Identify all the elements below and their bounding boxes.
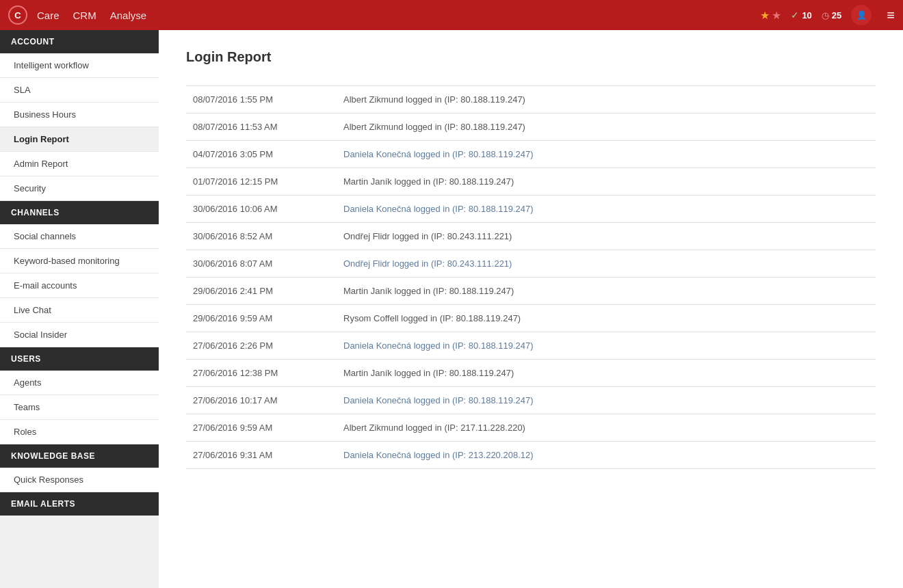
nav-care[interactable]: Care [37, 10, 60, 21]
sidebar-item-live-chat[interactable]: Live Chat [0, 298, 159, 323]
table-row: 08/07/2016 1:55 PMAlbert Zikmund logged … [186, 86, 876, 113]
log-message: Rysom Coffell logged in (IP: 80.188.119.… [337, 305, 876, 332]
log-timestamp: 30/06/2016 8:07 AM [186, 250, 337, 278]
log-message: Albert Zikmund logged in (IP: 80.188.119… [337, 113, 876, 141]
check-icon: ✓ [791, 10, 799, 21]
sidebar-item-keyword-based-monitoring[interactable]: Keyword-based monitoring [0, 249, 159, 273]
hamburger-icon[interactable]: ≡ [887, 8, 895, 23]
clock-badge[interactable]: ◷ 25 [822, 10, 841, 21]
sidebar-section-header-account: ACCOUNT [0, 30, 159, 53]
check-badge[interactable]: ✓ 10 [791, 10, 811, 21]
main-content: Login Report 08/07/2016 1:55 PMAlbert Zi… [159, 30, 903, 588]
log-timestamp: 29/06/2016 2:41 PM [186, 278, 337, 305]
sidebar-item-social-insider[interactable]: Social Insider [0, 323, 159, 347]
sidebar: ACCOUNTIntelligent workflowSLABusiness H… [0, 30, 159, 588]
log-message: Daniela Konečná logged in (IP: 213.220.2… [337, 442, 876, 469]
sidebar-item-intelligent-workflow[interactable]: Intelligent workflow [0, 53, 159, 78]
log-timestamp: 27/06/2016 9:31 AM [186, 442, 337, 469]
log-message: Martin Janík logged in (IP: 80.188.119.2… [337, 278, 876, 305]
table-row: 27/06/2016 12:38 PMMartin Janík logged i… [186, 360, 876, 387]
log-message: Ondřej Flidr logged in (IP: 80.243.111.2… [337, 223, 876, 250]
log-timestamp: 30/06/2016 8:52 AM [186, 223, 337, 250]
log-message: Martin Janík logged in (IP: 80.188.119.2… [337, 168, 876, 196]
log-message: Ondřej Flidr logged in (IP: 80.243.111.2… [337, 250, 876, 278]
log-table: 08/07/2016 1:55 PMAlbert Zikmund logged … [186, 85, 876, 469]
log-timestamp: 27/06/2016 12:38 PM [186, 360, 337, 387]
table-row: 04/07/2016 3:05 PMDaniela Konečná logged… [186, 141, 876, 168]
sidebar-section-header-knowledge-base: KNOWLEDGE BASE [0, 444, 159, 468]
sidebar-item-agents[interactable]: Agents [0, 371, 159, 395]
log-timestamp: 04/07/2016 3:05 PM [186, 141, 337, 168]
nav-analyse[interactable]: Analyse [110, 10, 146, 21]
table-row: 01/07/2016 12:15 PMMartin Janík logged i… [186, 168, 876, 196]
sidebar-item-business-hours[interactable]: Business Hours [0, 103, 159, 127]
log-timestamp: 01/07/2016 12:15 PM [186, 168, 337, 196]
table-row: 29/06/2016 2:41 PMMartin Janík logged in… [186, 278, 876, 305]
nav-crm[interactable]: CRM [73, 10, 96, 21]
log-timestamp: 29/06/2016 9:59 AM [186, 305, 337, 332]
table-row: 27/06/2016 10:17 AMDaniela Konečná logge… [186, 387, 876, 414]
sidebar-item-teams[interactable]: Teams [0, 395, 159, 420]
log-message: Martin Janík logged in (IP: 80.188.119.2… [337, 360, 876, 387]
avatar[interactable]: 👤 [851, 5, 872, 25]
topnav-right: ★ ★ ✓ 10 ◷ 25 👤 ≡ [760, 5, 895, 25]
sidebar-item-sla[interactable]: SLA [0, 78, 159, 103]
table-row: 27/06/2016 9:31 AMDaniela Konečná logged… [186, 442, 876, 469]
logo[interactable]: C [8, 5, 27, 25]
sidebar-item-admin-report[interactable]: Admin Report [0, 152, 159, 176]
table-row: 30/06/2016 8:07 AMOndřej Flidr logged in… [186, 250, 876, 278]
sidebar-item-quick-responses[interactable]: Quick Responses [0, 468, 159, 492]
log-message: Daniela Konečná logged in (IP: 80.188.11… [337, 387, 876, 414]
table-row: 29/06/2016 9:59 AMRysom Coffell logged i… [186, 305, 876, 332]
sidebar-item-security[interactable]: Security [0, 176, 159, 201]
log-timestamp: 30/06/2016 10:06 AM [186, 196, 337, 223]
topnav-menu: Care CRM Analyse [37, 10, 760, 21]
log-timestamp: 08/07/2016 11:53 AM [186, 113, 337, 141]
table-row: 30/06/2016 8:52 AMOndřej Flidr logged in… [186, 223, 876, 250]
log-message: Albert Zikmund logged in (IP: 80.188.119… [337, 86, 876, 113]
topnav: C Care CRM Analyse ★ ★ ✓ 10 ◷ 25 👤 ≡ [0, 0, 903, 30]
log-message: Daniela Konečná logged in (IP: 80.188.11… [337, 196, 876, 223]
clock-count: 25 [832, 10, 841, 21]
sidebar-section-header-email-alerts: EMAIL ALERTS [0, 492, 159, 516]
star-1: ★ [760, 9, 770, 22]
main-layout: ACCOUNTIntelligent workflowSLABusiness H… [0, 30, 903, 588]
page-title: Login Report [186, 49, 876, 65]
log-timestamp: 27/06/2016 9:59 AM [186, 414, 337, 442]
table-row: 27/06/2016 9:59 AMAlbert Zikmund logged … [186, 414, 876, 442]
sidebar-item-roles[interactable]: Roles [0, 420, 159, 444]
sidebar-item-e-mail-accounts[interactable]: E-mail accounts [0, 273, 159, 298]
log-message: Albert Zikmund logged in (IP: 217.11.228… [337, 414, 876, 442]
table-row: 08/07/2016 11:53 AMAlbert Zikmund logged… [186, 113, 876, 141]
log-message: Daniela Konečná logged in (IP: 80.188.11… [337, 332, 876, 360]
log-timestamp: 27/06/2016 2:26 PM [186, 332, 337, 360]
star-2: ★ [772, 9, 781, 22]
log-timestamp: 08/07/2016 1:55 PM [186, 86, 337, 113]
sidebar-item-social-channels[interactable]: Social channels [0, 224, 159, 249]
table-row: 30/06/2016 10:06 AMDaniela Konečná logge… [186, 196, 876, 223]
sidebar-section-header-channels: CHANNELS [0, 201, 159, 224]
check-count: 10 [802, 10, 811, 21]
table-row: 27/06/2016 2:26 PMDaniela Konečná logged… [186, 332, 876, 360]
stars[interactable]: ★ ★ [760, 9, 781, 22]
log-message: Daniela Konečná logged in (IP: 80.188.11… [337, 141, 876, 168]
clock-icon: ◷ [822, 10, 829, 21]
log-timestamp: 27/06/2016 10:17 AM [186, 387, 337, 414]
sidebar-item-login-report[interactable]: Login Report [0, 127, 159, 152]
sidebar-section-header-users: USERS [0, 347, 159, 371]
